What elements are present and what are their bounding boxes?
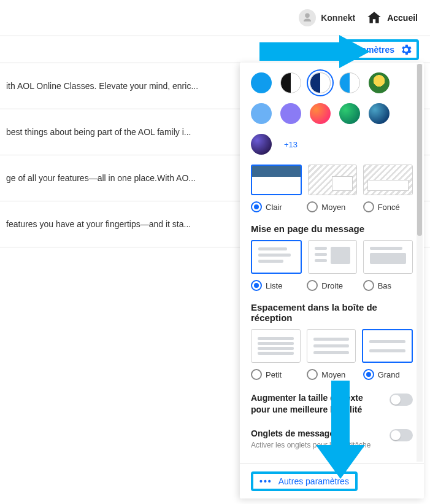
tabs-toggle-row: Onglets de messagerie Activer les onglet… (251, 428, 413, 449)
ellipsis-icon: ••• (259, 476, 272, 486)
tabs-sub: Activer les onglets pour le multitâche (251, 441, 370, 449)
theme-swatch-4[interactable] (369, 72, 390, 93)
font-size-toggle[interactable] (390, 394, 413, 406)
theme-swatch-6[interactable] (280, 103, 301, 124)
spacing-radio-row: Petit Moyen Grand (251, 369, 413, 380)
layout-row (251, 240, 413, 274)
settings-panel: Thème +13 Clair Moyen Foncé Mise en page… (240, 63, 424, 498)
layout-radio-row: Liste Droite Bas (251, 280, 413, 291)
brightness-mode-row (251, 165, 413, 195)
username: Konnekt (321, 13, 355, 23)
mode-dark[interactable] (363, 165, 413, 195)
theme-swatch-2[interactable] (310, 72, 331, 93)
spacing-small[interactable] (251, 329, 301, 363)
more-settings-row: ••• Autres paramètres (240, 463, 424, 498)
radio-list[interactable]: Liste (251, 280, 301, 291)
radio-medium-spacing[interactable]: Moyen (307, 369, 356, 380)
home-icon (366, 10, 382, 26)
theme-swatch-8[interactable] (339, 103, 360, 124)
brightness-radio-row: Clair Moyen Foncé (251, 201, 413, 212)
settings-button[interactable]: Paramètres (342, 39, 419, 60)
toolbar: Tri ⌄ Paramètres (0, 36, 430, 63)
app-header: Konnekt Accueil (0, 0, 430, 36)
theme-swatch-3[interactable] (339, 72, 360, 93)
theme-swatch-9[interactable] (369, 103, 390, 124)
theme-swatch-1[interactable] (280, 72, 301, 93)
tabs-toggle[interactable] (390, 429, 413, 441)
scrollbar-thumb[interactable] (417, 64, 422, 236)
theme-swatch-0[interactable] (251, 72, 272, 93)
layout-right[interactable] (308, 240, 358, 274)
radio-dark[interactable]: Foncé (363, 201, 413, 212)
scrollbar[interactable] (417, 64, 423, 462)
sort-dropdown[interactable]: Tri ⌄ (259, 45, 278, 54)
font-size-label: Augmenter la taille du texte pour une me… (251, 392, 383, 416)
more-settings-button[interactable]: ••• Autres paramètres (251, 471, 358, 491)
tabs-label: Onglets de messagerie (251, 428, 370, 440)
user-menu[interactable]: Konnekt (299, 9, 355, 26)
gear-icon (399, 43, 413, 56)
spacing-row (251, 329, 413, 363)
radio-bottom[interactable]: Bas (363, 280, 413, 291)
home-label: Accueil (387, 13, 418, 23)
mode-medium[interactable] (308, 165, 358, 195)
chevron-down-icon: ⌄ (271, 45, 278, 54)
more-themes-link[interactable]: +13 (280, 134, 301, 155)
home-link[interactable]: Accueil (366, 10, 418, 26)
layout-section-title: Mise en page du message (251, 223, 413, 234)
radio-medium[interactable]: Moyen (307, 201, 356, 212)
radio-small[interactable]: Petit (251, 369, 301, 380)
avatar-icon (299, 9, 316, 26)
layout-bottom[interactable] (363, 240, 413, 274)
spacing-large[interactable] (362, 329, 413, 363)
theme-swatch-7[interactable] (310, 103, 331, 124)
font-size-toggle-row: Augmenter la taille du texte pour une me… (251, 392, 413, 416)
theme-swatch-10[interactable] (251, 134, 272, 155)
theme-swatch-5[interactable] (251, 103, 272, 124)
radio-light[interactable]: Clair (251, 201, 301, 212)
layout-list[interactable] (251, 240, 302, 274)
spacing-section-title: Espacement dans la boîte de réception (251, 302, 413, 323)
radio-large[interactable]: Grand (363, 369, 413, 380)
mode-light[interactable] (251, 165, 302, 195)
radio-right[interactable]: Droite (307, 280, 356, 291)
spacing-medium[interactable] (307, 329, 356, 363)
theme-grid: +13 (251, 72, 413, 155)
